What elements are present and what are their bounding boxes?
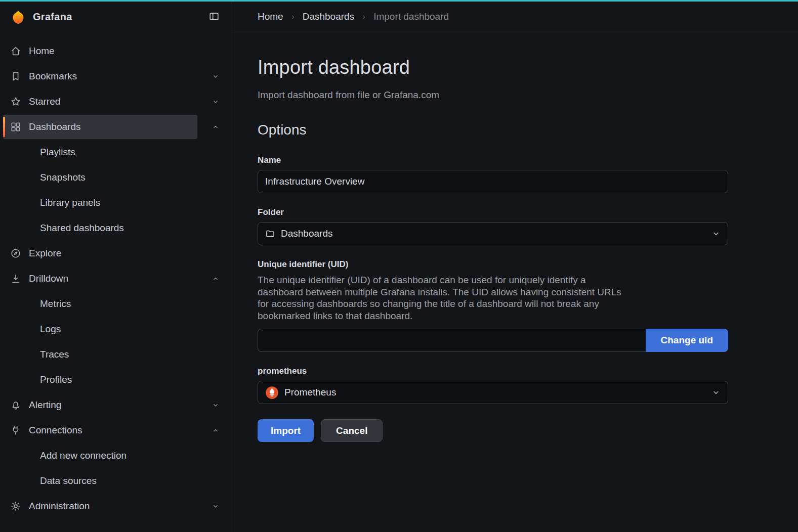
sidebar-item-starred[interactable]: Starred bbox=[0, 89, 231, 114]
sidebar-item-label: Metrics bbox=[40, 298, 71, 309]
sidebar-item-add-new-connection[interactable]: Add new connection bbox=[0, 443, 231, 468]
name-label: Name bbox=[258, 155, 728, 165]
sidebar-item-dashboards[interactable]: Dashboards bbox=[0, 114, 231, 140]
sidebar-item-traces[interactable]: Traces bbox=[0, 342, 231, 367]
sidebar-item-label: Starred bbox=[29, 96, 60, 107]
sidebar-item-label: Library panels bbox=[40, 197, 100, 208]
chevron-down-icon bbox=[212, 401, 220, 409]
page-title: Import dashboard bbox=[258, 57, 772, 78]
chevron-down-icon bbox=[711, 229, 721, 238]
breadcrumb-item-dashboards[interactable]: Dashboards bbox=[303, 11, 354, 22]
datasource-select-value: Prometheus bbox=[284, 387, 336, 398]
sidebar-item-label: Snapshots bbox=[40, 172, 86, 183]
sidebar-item-label: Logs bbox=[40, 324, 61, 335]
sidebar-item-shared-dashboards[interactable]: Shared dashboards bbox=[0, 215, 231, 241]
prometheus-icon bbox=[265, 386, 279, 400]
sidebar-item-bookmarks[interactable]: Bookmarks bbox=[0, 64, 231, 89]
sidebar-item-label: Add new connection bbox=[40, 450, 127, 461]
topbar: HomeDashboardsImport dashboard bbox=[231, 2, 798, 32]
sidebar-item-home[interactable]: Home bbox=[0, 38, 231, 64]
sidebar-item-label: Connections bbox=[29, 425, 82, 436]
home-icon bbox=[10, 46, 21, 57]
sidebar-item-label: Shared dashboards bbox=[40, 223, 124, 234]
chevron-up-icon bbox=[212, 275, 220, 283]
folder-icon bbox=[265, 229, 275, 239]
name-field: Name bbox=[258, 155, 728, 193]
drilldown-icon bbox=[10, 273, 21, 284]
change-uid-button[interactable]: Change uid bbox=[646, 329, 728, 352]
uid-label: Unique identifier (UID) bbox=[258, 259, 728, 270]
panel-toggle-icon bbox=[208, 11, 220, 23]
main-area: HomeDashboardsImport dashboard Import da… bbox=[231, 2, 798, 532]
sidebar-item-playlists[interactable]: Playlists bbox=[0, 140, 231, 165]
page-subtitle: Import dashboard from file or Grafana.co… bbox=[258, 90, 772, 101]
bookmark-icon bbox=[10, 71, 21, 82]
sidebar-item-administration[interactable]: Administration bbox=[0, 494, 231, 519]
sidebar-item-library-panels[interactable]: Library panels bbox=[0, 190, 231, 215]
chevron-down-icon bbox=[711, 388, 721, 397]
sidebar-item-label: Dashboards bbox=[29, 121, 80, 132]
breadcrumb-item-home[interactable]: Home bbox=[258, 11, 283, 22]
folder-label: Folder bbox=[258, 207, 728, 217]
datasource-label: prometheus bbox=[258, 366, 728, 376]
datasource-select[interactable]: Prometheus bbox=[258, 381, 728, 404]
sidebar-item-metrics[interactable]: Metrics bbox=[0, 291, 231, 317]
sidebar-item-label: Data sources bbox=[40, 475, 97, 486]
sidebar-toggle-button[interactable] bbox=[206, 9, 222, 25]
apps-icon bbox=[10, 121, 21, 132]
star-icon bbox=[10, 96, 21, 107]
chevron-up-icon bbox=[212, 426, 220, 434]
options-heading: Options bbox=[258, 122, 772, 138]
datasource-field: prometheus Prometheus bbox=[258, 366, 728, 404]
uid-description: The unique identifier (UID) of a dashboa… bbox=[258, 274, 632, 322]
sidebar: Grafana HomeBookmarksStarredDashboardsPl… bbox=[0, 2, 231, 532]
form-actions: Import Cancel bbox=[258, 419, 772, 442]
page-content: Import dashboard Import dashboard from f… bbox=[231, 32, 798, 532]
sidebar-header: Grafana bbox=[0, 2, 231, 32]
sidebar-item-label: Profiles bbox=[40, 374, 72, 385]
compass-icon bbox=[10, 248, 21, 259]
dashboard-name-input[interactable] bbox=[258, 170, 728, 193]
sidebar-item-label: Alerting bbox=[29, 400, 61, 411]
sidebar-item-logs[interactable]: Logs bbox=[0, 317, 231, 342]
chevron-down-icon bbox=[212, 98, 220, 106]
sidebar-item-drilldown[interactable]: Drilldown bbox=[0, 266, 231, 291]
uid-field: Unique identifier (UID) The unique ident… bbox=[258, 259, 728, 352]
folder-select[interactable]: Dashboards bbox=[258, 222, 728, 245]
sidebar-item-profiles[interactable]: Profiles bbox=[0, 367, 231, 392]
sidebar-item-data-sources[interactable]: Data sources bbox=[0, 468, 231, 494]
gear-icon bbox=[10, 501, 21, 512]
bell-icon bbox=[10, 400, 21, 411]
sidebar-item-explore[interactable]: Explore bbox=[0, 241, 231, 266]
chevron-down-icon bbox=[212, 72, 220, 80]
sidebar-item-label: Drilldown bbox=[29, 273, 68, 284]
sidebar-item-connections[interactable]: Connections bbox=[0, 418, 231, 443]
chevron-down-icon bbox=[212, 502, 220, 510]
folder-select-value: Dashboards bbox=[281, 228, 332, 239]
sidebar-item-label: Explore bbox=[29, 248, 61, 259]
chevron-right-icon bbox=[289, 14, 297, 21]
grafana-logo-icon[interactable] bbox=[10, 9, 26, 25]
sidebar-item-snapshots[interactable]: Snapshots bbox=[0, 165, 231, 190]
app: Grafana HomeBookmarksStarredDashboardsPl… bbox=[0, 2, 798, 532]
sidebar-item-label: Bookmarks bbox=[29, 71, 77, 82]
sidebar-item-label: Home bbox=[29, 46, 55, 57]
breadcrumb: HomeDashboardsImport dashboard bbox=[258, 11, 449, 22]
brand-name: Grafana bbox=[33, 11, 72, 23]
chevron-right-icon bbox=[360, 14, 367, 21]
sidebar-nav: HomeBookmarksStarredDashboardsPlaylistsS… bbox=[0, 32, 231, 519]
breadcrumb-item-import-dashboard: Import dashboard bbox=[373, 11, 449, 22]
chevron-up-icon bbox=[212, 123, 220, 131]
folder-field: Folder Dashboards bbox=[258, 207, 728, 245]
sidebar-item-label: Playlists bbox=[40, 147, 75, 158]
sidebar-item-label: Administration bbox=[29, 501, 90, 512]
import-button[interactable]: Import bbox=[258, 419, 314, 442]
plug-icon bbox=[10, 425, 21, 436]
sidebar-item-label: Traces bbox=[40, 349, 69, 360]
sidebar-item-alerting[interactable]: Alerting bbox=[0, 392, 231, 418]
cancel-button[interactable]: Cancel bbox=[321, 419, 383, 442]
uid-input[interactable] bbox=[258, 329, 646, 352]
